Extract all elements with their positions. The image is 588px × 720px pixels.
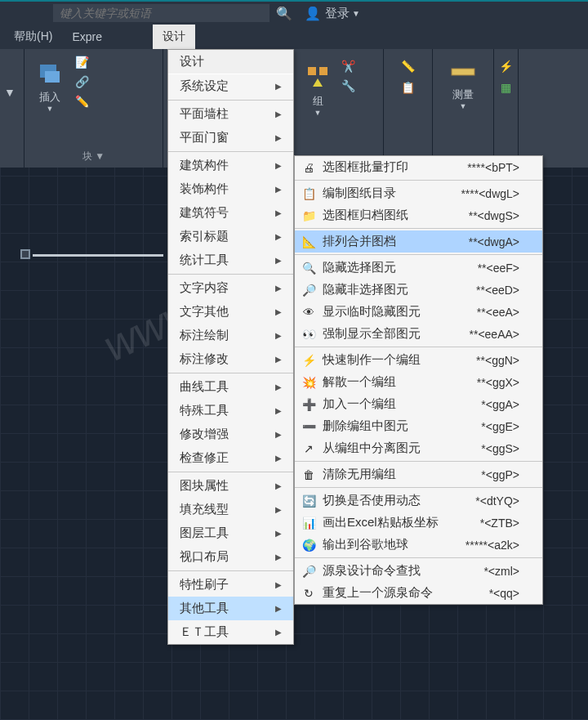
block-ref-icon[interactable]: 🔗 bbox=[75, 75, 89, 88]
menu-item-15[interactable]: 检查修正▶ bbox=[168, 446, 293, 470]
submenu-item-icon: 👀 bbox=[301, 327, 316, 342]
menu-item-2[interactable]: 平面门窗▶ bbox=[168, 126, 293, 150]
menu-item-21[interactable]: 其他工具▶ bbox=[168, 597, 293, 620]
submenu-item-1[interactable]: 📋编制图纸目录****<dwgL> bbox=[295, 182, 542, 204]
block-attr-icon[interactable]: ✏️ bbox=[75, 95, 89, 108]
submenu-arrow-icon: ▶ bbox=[275, 529, 282, 538]
submenu-item-10[interactable]: ➕加入一个编组*<ggA> bbox=[295, 393, 542, 415]
submenu-item-13[interactable]: 🗑清除无用编组*<ggP> bbox=[295, 463, 542, 485]
ribbon-overflow: ⚡ ▦ bbox=[494, 49, 519, 168]
chevron-down-icon[interactable]: ▼ bbox=[4, 86, 20, 99]
menu-item-label: 其他工具 bbox=[180, 601, 229, 616]
svg-rect-3 bbox=[319, 67, 327, 75]
menu-item-1[interactable]: 平面墙柱▶ bbox=[168, 102, 293, 126]
submenu-arrow-icon: ▶ bbox=[275, 133, 282, 142]
submenu-item-shortcut: **<eeD> bbox=[476, 284, 536, 297]
submenu-item-label: 解散一个编组 bbox=[323, 374, 396, 390]
submenu-item-18[interactable]: ↻重复上一个源泉命令*<qq> bbox=[295, 582, 542, 604]
submenu-item-5[interactable]: 🔎隐藏非选择图元**<eeD> bbox=[295, 279, 542, 301]
user-icon[interactable]: 👤 bbox=[305, 6, 321, 21]
chevron-down-icon: ▼ bbox=[47, 105, 54, 113]
menu-item-label: 统计工具 bbox=[180, 253, 229, 268]
more-icon[interactable]: ▦ bbox=[501, 81, 511, 94]
menu-item-9[interactable]: 文字其他▶ bbox=[168, 300, 293, 324]
submenu-item-7[interactable]: 👀强制显示全部图元**<eeAA> bbox=[295, 323, 542, 345]
menu-item-label: ＥＴ工具 bbox=[180, 624, 229, 640]
submenu-item-2[interactable]: 📁选图框归档图纸**<dwgS> bbox=[295, 204, 542, 226]
submenu-separator bbox=[295, 254, 542, 255]
insert-button[interactable]: 插入 ▼ bbox=[33, 56, 67, 117]
menu-item-label: 索引标题 bbox=[180, 229, 229, 244]
submenu-arrow-icon: ▶ bbox=[275, 307, 282, 316]
submenu-item-11[interactable]: ➖删除编组中图元*<ggE> bbox=[295, 415, 542, 437]
submenu-item-12[interactable]: ↗从编组中分离图元*<ggS> bbox=[295, 437, 542, 459]
submenu-item-3[interactable]: 📐排列合并图档**<dwgA> bbox=[295, 230, 542, 253]
submenu-item-15[interactable]: 📊画出Excel粘贴板坐标*<ZTB> bbox=[295, 512, 542, 534]
submenu-item-16[interactable]: 🌍输出到谷歌地球*****<a2k> bbox=[295, 534, 542, 556]
ruler-icon[interactable]: 📏 bbox=[401, 60, 415, 73]
selection-handle[interactable] bbox=[20, 249, 30, 259]
submenu-item-14[interactable]: 🔄切换是否使用动态*<dtYQ> bbox=[295, 490, 542, 512]
menu-help[interactable]: 帮助(H) bbox=[4, 25, 62, 49]
menu-separator bbox=[168, 570, 293, 571]
menu-item-0[interactable]: 系统设定▶ bbox=[168, 74, 293, 98]
login-dropdown-arrow[interactable]: ▼ bbox=[352, 9, 360, 18]
submenu-item-shortcut: **<eeF> bbox=[478, 262, 536, 275]
insert-label: 插入 bbox=[39, 90, 60, 105]
menu-item-20[interactable]: 特性刷子▶ bbox=[168, 573, 293, 597]
login-link[interactable]: 登录 bbox=[325, 6, 350, 21]
menu-item-6[interactable]: 索引标题▶ bbox=[168, 225, 293, 248]
menu-item-label: 标注绘制 bbox=[180, 328, 229, 343]
select-icon[interactable]: ⚡ bbox=[499, 60, 513, 73]
drawn-line[interactable] bbox=[33, 254, 163, 257]
group-edit-icon[interactable]: 🔧 bbox=[341, 79, 355, 92]
submenu-item-0[interactable]: 🖨选图框批量打印****<bPT> bbox=[295, 156, 542, 178]
menu-item-label: 图层工具 bbox=[180, 525, 229, 541]
submenu-separator bbox=[295, 557, 542, 558]
menu-item-13[interactable]: 特殊工具▶ bbox=[168, 399, 293, 423]
submenu-separator bbox=[295, 487, 542, 488]
menu-item-16[interactable]: 图块属性▶ bbox=[168, 474, 293, 498]
menu-item-7[interactable]: 统计工具▶ bbox=[168, 248, 293, 272]
submenu-item-label: 清除无用编组 bbox=[323, 467, 396, 482]
menu-express[interactable]: Expre bbox=[62, 25, 112, 49]
menu-design[interactable]: 设计 bbox=[153, 25, 195, 49]
submenu-item-icon: 🖨 bbox=[301, 160, 316, 175]
group-button[interactable]: 组 ▼ bbox=[301, 60, 335, 121]
ungroup-icon[interactable]: ✂️ bbox=[341, 60, 355, 73]
menu-item-14[interactable]: 修改增强▶ bbox=[168, 423, 293, 446]
submenu-arrow-icon: ▶ bbox=[275, 604, 282, 613]
menu-item-11[interactable]: 标注修改▶ bbox=[168, 347, 293, 371]
submenu-item-label: 排列合并图档 bbox=[323, 234, 396, 249]
menu-item-19[interactable]: 视口布局▶ bbox=[168, 545, 293, 569]
submenu-item-4[interactable]: 🔍隐藏选择图元**<eeF> bbox=[295, 257, 542, 279]
submenu-item-icon: 🔍 bbox=[301, 261, 316, 275]
menu-item-label: 建筑符号 bbox=[180, 205, 229, 221]
submenu-item-icon: 🔎 bbox=[301, 283, 316, 297]
menu-item-18[interactable]: 图层工具▶ bbox=[168, 521, 293, 545]
submenu-item-9[interactable]: 💥解散一个编组**<ggX> bbox=[295, 371, 542, 393]
submenu-item-6[interactable]: 👁显示临时隐藏图元**<eeA> bbox=[295, 301, 542, 323]
menu-item-4[interactable]: 装饰构件▶ bbox=[168, 177, 293, 201]
search-input[interactable] bbox=[53, 4, 270, 22]
submenu-item-icon: ➖ bbox=[301, 419, 316, 434]
block-group-label[interactable]: 块 ▼ bbox=[24, 148, 163, 165]
submenu-item-icon: 🔎 bbox=[301, 564, 316, 579]
submenu-item-label: 源泉设计命令查找 bbox=[323, 563, 421, 579]
ribbon: ▼ 插入 ▼ 📝 🔗 ✏️ 块 ▼ Layer▼ —ByLayer▼ ———▼ … bbox=[0, 49, 588, 168]
menu-item-5[interactable]: 建筑符号▶ bbox=[168, 201, 293, 225]
submenu-item-8[interactable]: ⚡快速制作一个编组**<ggN> bbox=[295, 349, 542, 371]
menu-item-8[interactable]: 文字内容▶ bbox=[168, 276, 293, 300]
measure-button[interactable]: 测量 ▼ bbox=[437, 53, 489, 114]
paste-icon[interactable]: 📋 bbox=[401, 81, 415, 94]
menu-item-12[interactable]: 曲线工具▶ bbox=[168, 375, 293, 399]
menu-item-10[interactable]: 标注绘制▶ bbox=[168, 324, 293, 347]
submenu-arrow-icon: ▶ bbox=[275, 110, 282, 119]
menu-bar: 帮助(H) Expre 设计 bbox=[0, 25, 588, 49]
menu-item-17[interactable]: 填充线型▶ bbox=[168, 498, 293, 521]
search-icon[interactable]: 🔍 bbox=[276, 6, 292, 21]
menu-item-22[interactable]: ＥＴ工具▶ bbox=[168, 620, 293, 644]
menu-item-3[interactable]: 建筑构件▶ bbox=[168, 154, 293, 177]
submenu-item-17[interactable]: 🔎源泉设计命令查找*<zml> bbox=[295, 560, 542, 582]
edit-block-icon[interactable]: 📝 bbox=[75, 56, 89, 69]
